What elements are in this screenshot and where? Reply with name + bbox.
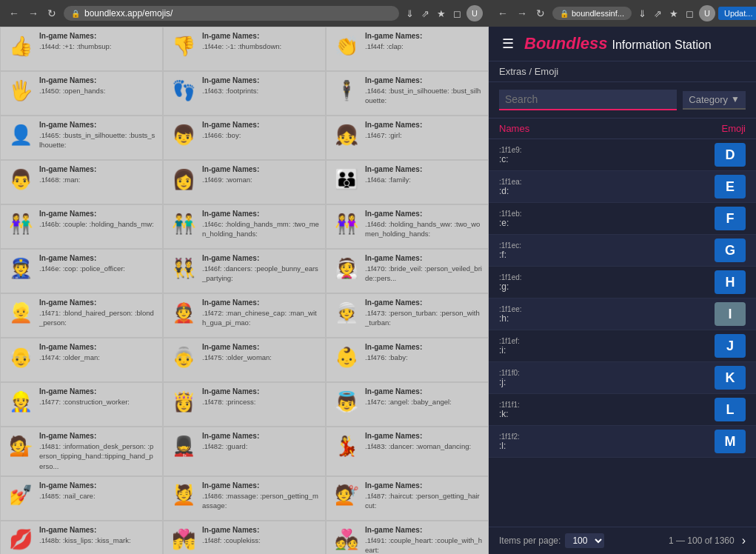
emoji-icon: 👼 [332,387,361,416]
share-button[interactable]: ⇗ [419,7,432,21]
search-area: Category ▼ [489,82,756,119]
next-page-button[interactable]: › [742,534,746,547]
emoji-cell[interactable]: 👱In-game Names:.1f471: :blond_haired_per… [0,293,163,338]
right-browser-chrome: ← → ↻ 🔒 boundlessinf... ⇓ ⇗ ★ ◻ U Updat.… [489,0,756,27]
table-row[interactable]: :1f1f0::j:K [489,362,756,394]
emoji-cell[interactable]: 👬In-game Names:.1f46c: :holding_hands_mm… [163,204,326,249]
url-bar[interactable]: 🔒 boundlexx.app/emojis/ [64,6,399,21]
emoji-label: In-game Names: [365,254,482,262]
download-button[interactable]: ⇓ [404,7,416,21]
emoji-cell[interactable]: 👭In-game Names:.1f46d: :holding_hands_ww… [326,204,489,249]
hamburger-menu-button[interactable]: ☰ [499,34,517,53]
emoji-cell[interactable]: 👲In-game Names:.1f472: :man_chinese_cap:… [163,293,326,338]
emoji-icon: 👸 [170,387,198,416]
category-select-wrap[interactable]: Category ▼ [683,91,746,110]
emoji-info: In-game Names:.1f48f: :couplekiss: [202,526,319,545]
emoji-cell[interactable]: 👵In-game Names:.1f475: :older_woman: [163,338,326,382]
table-row[interactable]: :1f1eb::e:F [489,203,756,235]
emoji-label: In-game Names: [202,481,319,490]
table-row[interactable]: :1f1f2::l:M [489,426,756,458]
emoji-cell[interactable]: 👷In-game Names:.1f477: :construction_wor… [0,382,163,427]
emoji-cell[interactable]: 👨In-game Names:.1f468: :man: [0,160,163,204]
right-forward-button[interactable]: → [514,6,530,21]
right-download-button[interactable]: ⇓ [636,7,649,21]
emoji-cell[interactable]: 👣In-game Names:.1f463: :footprints: [163,71,326,116]
table-row[interactable]: :1f1ee::h:I [489,298,756,330]
emoji-cell[interactable]: 👪In-game Names:.1f46a: :family: [326,160,489,204]
right-url-bar[interactable]: 🔒 boundlessinf... [552,7,632,20]
table-row[interactable]: :1f1e9::c:D [489,139,756,171]
right-tab-button[interactable]: ◻ [683,7,696,21]
row-names: :1f1f0::j: [499,369,694,387]
pagination-bar: Items per page: 100 50 25 1 — 100 of 136… [489,527,756,554]
table-row[interactable]: :1f1ed::g:H [489,267,756,298]
row-names: :1f1f2::l: [499,433,694,451]
emoji-cell[interactable]: 👯In-game Names:.1f46f: :dancers: :people… [163,249,326,293]
emoji-cell[interactable]: 👰In-game Names:.1f470: :bride_veil: :per… [326,249,489,293]
emoji-cell[interactable]: 💏In-game Names:.1f48f: :couplekiss: [163,521,326,554]
emoji-cell[interactable]: 👳In-game Names:.1f473: :person_turban: :… [326,293,489,338]
emoji-cell[interactable]: 👴In-game Names:.1f474: :older_man: [0,338,163,382]
emoji-label: In-game Names: [365,432,482,440]
right-share-button[interactable]: ⇗ [652,7,664,21]
row-emoji-cell: I [694,302,746,326]
emoji-cell[interactable]: 💅In-game Names:.1f485: :nail_care: [0,476,163,521]
emoji-info: In-game Names:.1f468: :man: [39,165,156,184]
back-button[interactable]: ← [6,6,22,21]
emoji-codes: .1f473: :person_turban: :person_with_tur… [365,308,482,328]
forward-button[interactable]: → [25,6,41,21]
table-row[interactable]: :1f1f1::k:L [489,394,756,426]
emoji-cell[interactable]: 👫In-game Names:.1f46b: :couple: :holding… [0,204,163,249]
emoji-label: In-game Names: [39,343,156,351]
emoji-cell[interactable]: 💇In-game Names:.1f487: :haircut: :person… [326,476,489,521]
emoji-cell[interactable]: 💆In-game Names:.1f486: :massage: :person… [163,476,326,521]
items-per-page: Items per page: 100 50 25 [499,533,604,548]
emoji-cell[interactable]: 👶In-game Names:.1f476: :baby: [326,338,489,382]
emoji-cell[interactable]: 👏In-game Names:.1f44f: :clap: [326,27,489,71]
emoji-info: In-game Names:.1f465: :busts_in_silhouet… [39,121,156,150]
emoji-cell[interactable]: 👩In-game Names:.1f469: :woman: [163,160,326,204]
row-emoji-cell: E [694,175,746,198]
tab-button[interactable]: ◻ [451,7,464,21]
table-row[interactable]: :1f1ea::d:E [489,171,756,203]
reload-button[interactable]: ↻ [44,6,59,21]
update-button[interactable]: Updat... [718,7,756,20]
emoji-icon: 👦 [170,121,198,149]
emoji-cell[interactable]: 👧In-game Names:.1f467: :girl: [326,116,489,160]
emoji-cell[interactable]: 👤In-game Names:.1f465: :busts_in_silhoue… [0,116,163,160]
emoji-table-container: :1f1e9::c:D:1f1ea::d:E:1f1eb::e:F:1f1ec:… [489,139,756,527]
url-text: boundlexx.app/emojis/ [84,8,173,19]
emoji-cell[interactable]: 🕴In-game Names:.1f464: :bust_in_silhouet… [326,71,489,116]
emoji-cell[interactable]: 🖐In-game Names:.1f450: :open_hands: [0,71,163,116]
emoji-cell[interactable]: 💁In-game Names:.1f481: :information_desk… [0,427,163,476]
emoji-icon: 💃 [332,432,361,460]
emoji-codes: .1f485: :nail_care: [39,491,156,501]
bookmark-button[interactable]: ★ [435,7,448,21]
emoji-icon: 👪 [332,165,361,193]
emoji-cell[interactable]: 💃In-game Names:.1f483: :dancer: :woman_d… [326,427,489,476]
table-row[interactable]: :1f1ec::f:G [489,235,756,267]
search-input-wrap [499,90,677,110]
search-input[interactable] [505,93,671,105]
emoji-cell[interactable]: 💋In-game Names:.1f48b: :kiss_lips: :kiss… [0,521,163,554]
per-page-select[interactable]: 100 50 25 [565,533,604,548]
emoji-cell[interactable]: 👼In-game Names:.1f47c: :angel: :baby_ang… [326,382,489,427]
right-reload-button[interactable]: ↻ [533,6,548,21]
emoji-icon: 💑 [332,526,361,554]
emoji-cell[interactable]: 💂In-game Names:.1f482: :guard: [163,427,326,476]
right-bookmark-button[interactable]: ★ [667,7,680,21]
emoji-cell[interactable]: 👸In-game Names:.1f478: :princess: [163,382,326,427]
emoji-cell[interactable]: 👦In-game Names:.1f466: :boy: [163,116,326,160]
emoji-icon: 💂 [170,432,198,460]
emoji-cell[interactable]: 👍In-game Names:.1f44d: :+1: :thumbsup: [0,27,163,71]
row-names: :1f1ec::f: [499,241,694,260]
emoji-label: In-game Names: [365,481,482,490]
right-back-button[interactable]: ← [495,6,511,21]
emoji-cell[interactable]: 👮In-game Names:.1f46e: :cop: :police_off… [0,249,163,293]
emoji-badge: E [715,175,746,198]
row-emoji-cell: F [694,207,746,230]
emoji-cell[interactable]: 👎In-game Names:.1f44e: :-1: :thumbsdown: [163,27,326,71]
emoji-cell[interactable]: 💑In-game Names:.1f491: :couple_heart: :c… [326,521,489,554]
emoji-codes: .1f481: :information_desk_person: :perso… [39,441,156,471]
table-row[interactable]: :1f1ef::i:J [489,330,756,362]
